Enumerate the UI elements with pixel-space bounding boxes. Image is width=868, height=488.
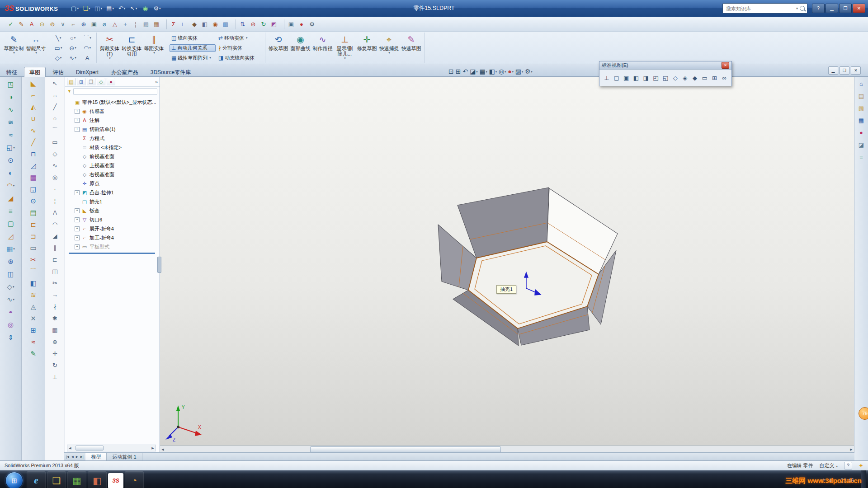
- view-orientation-button[interactable]: ▦: [479, 68, 487, 75]
- rollback-bar[interactable]: [65, 251, 160, 255]
- tab-features[interactable]: 特征: [1, 67, 23, 77]
- update-icon[interactable]: ↻: [259, 20, 268, 29]
- scenes-tab-button[interactable]: ◪: [856, 140, 866, 149]
- curves-icon[interactable]: ∿: [5, 295, 16, 304]
- displaymanager-tab[interactable]: ●: [107, 78, 115, 85]
- dimxpertmanager-tab[interactable]: ◇: [97, 78, 105, 85]
- tree-expander[interactable]: +: [75, 127, 80, 132]
- sk-polygon-button[interactable]: ◇: [50, 149, 61, 158]
- sk-convert-button[interactable]: ⊏: [50, 255, 61, 264]
- featuremanager-tab[interactable]: ▤: [67, 78, 75, 85]
- section-view-button[interactable]: ◪: [470, 68, 477, 75]
- tab-sketch[interactable]: 草图: [24, 67, 46, 77]
- tree-item-sheet-metal[interactable]: + ◣ 钣金: [65, 206, 160, 215]
- apply-scene-button[interactable]: ▨: [515, 68, 523, 75]
- centerline-icon[interactable]: ¦: [131, 20, 140, 29]
- sk-point-button[interactable]: ·: [50, 184, 61, 193]
- sm-extruded-cut-icon[interactable]: ◱: [28, 184, 39, 194]
- polygon-tool[interactable]: ◇: [52, 55, 65, 61]
- tree-item-top-plane[interactable]: ◇ 上视基准面: [65, 161, 160, 170]
- tab-evaluate[interactable]: 评估: [47, 67, 69, 77]
- hide-show-items-button[interactable]: ◎: [499, 68, 506, 75]
- edit-appearance-small-icon[interactable]: ◩: [269, 20, 278, 29]
- palette-title-bar[interactable]: 标准视图(E) ✕: [599, 61, 731, 70]
- tree-expander[interactable]: +: [75, 235, 80, 240]
- tree-item-front-plane[interactable]: ◇ 前视基准面: [65, 152, 160, 161]
- save-button[interactable]: ◫: [94, 4, 104, 13]
- show-hidden-icons-button[interactable]: ▲: [813, 478, 818, 484]
- left-view-button[interactable]: ◧: [632, 71, 641, 84]
- filter-field[interactable]: [73, 88, 157, 95]
- slot-tool[interactable]: ⊖: [66, 45, 80, 52]
- resources-tab-button[interactable]: ⌂: [856, 79, 866, 88]
- display-style-button[interactable]: ◧: [489, 68, 497, 75]
- scroll-left-icon[interactable]: ◀: [160, 448, 165, 451]
- propertymanager-tab[interactable]: ⊞: [77, 78, 85, 85]
- palette-close-button[interactable]: ✕: [722, 62, 729, 69]
- new-document-button[interactable]: ▢: [70, 4, 80, 13]
- sk-trim-button[interactable]: ✂: [50, 278, 61, 287]
- swept-boss-icon[interactable]: ∿: [5, 105, 16, 114]
- tree-item-boss-extrude[interactable]: + ◩ 凸台-拉伸1: [65, 188, 160, 197]
- datum-feature-icon[interactable]: ▣: [90, 20, 99, 29]
- center-mark-icon[interactable]: +: [121, 20, 130, 29]
- sk-circle-button[interactable]: ○: [50, 114, 61, 123]
- model-tab[interactable]: 模型: [85, 453, 107, 460]
- sk-ellipse-button[interactable]: ◎: [50, 173, 61, 182]
- make-path-button[interactable]: ∿ 制作路径: [312, 34, 333, 62]
- doc-restore-button[interactable]: ❐: [840, 66, 849, 75]
- weld-bead-icon[interactable]: ≈: [28, 337, 39, 347]
- surface-finish-icon[interactable]: ∨: [58, 20, 67, 29]
- last-tab-button[interactable]: ▶|: [80, 455, 85, 459]
- spline-tool[interactable]: ∿: [66, 55, 80, 61]
- mass-properties-icon[interactable]: ◆: [190, 20, 199, 29]
- select-tool-button[interactable]: ↖: [50, 79, 61, 88]
- shell-icon[interactable]: ▢: [5, 219, 16, 228]
- sk-chamfer-button[interactable]: ◢: [50, 231, 61, 240]
- closed-corner-icon[interactable]: ⊓: [28, 149, 39, 159]
- tree-expander[interactable]: +: [75, 109, 80, 114]
- tab-and-slot-icon[interactable]: ⊞: [28, 325, 39, 335]
- next-tab-button[interactable]: ▶: [75, 455, 79, 459]
- toolbar-icon[interactable]: [163, 19, 167, 29]
- simple-hole-icon[interactable]: ⊙: [28, 196, 39, 206]
- right-view-button[interactable]: ◨: [642, 71, 651, 84]
- face-curves-button[interactable]: ◉ 面部曲线: [290, 34, 311, 62]
- spell-check-icon[interactable]: ✓: [6, 20, 15, 29]
- measure-icon[interactable]: ∟: [179, 20, 189, 29]
- tree-item-annotations[interactable]: + A 注解: [65, 116, 160, 125]
- extruded-boss-icon[interactable]: ◳: [5, 80, 16, 89]
- minimize-button[interactable]: ▁: [826, 4, 838, 13]
- print-button[interactable]: ▤: [105, 4, 115, 13]
- options-button[interactable]: ⚙: [152, 4, 162, 13]
- edit-appearance-button[interactable]: ●: [508, 68, 513, 75]
- toolbar-icon[interactable]: [232, 19, 236, 29]
- rib-icon[interactable]: ≡: [5, 206, 16, 216]
- scroll-right-icon[interactable]: ▶: [849, 448, 854, 451]
- trim-entities-button[interactable]: ✂ 剪裁实体(T): [99, 34, 120, 62]
- dome-icon[interactable]: ◓: [5, 307, 16, 317]
- offset-entities-button[interactable]: ∥ 等距实体: [143, 34, 165, 62]
- sk-text-button[interactable]: A: [50, 208, 61, 217]
- sketch-icon[interactable]: ✎: [28, 349, 39, 358]
- no-external-references-icon[interactable]: ⊘: [249, 20, 258, 29]
- tree-expander[interactable]: +: [75, 226, 80, 231]
- internet-explorer-icon[interactable]: e: [27, 471, 46, 488]
- tree-item-right-plane[interactable]: ◇ 右视基准面: [65, 170, 160, 179]
- gusset-icon[interactable]: ◬: [28, 302, 39, 311]
- rapid-sketch-button[interactable]: ✎ 快速草图: [401, 34, 422, 62]
- mirror-entities-button[interactable]: ◫ 镜向实体: [170, 34, 216, 42]
- part-root[interactable]: ▣ 零件15 (默认<<默认>_显示状态...: [65, 98, 160, 107]
- lofted-boss-icon[interactable]: ≋: [5, 117, 16, 127]
- close-button[interactable]: ✕: [853, 4, 865, 13]
- zoom-fit-button[interactable]: ⊡: [448, 68, 454, 75]
- image-viewer-icon[interactable]: ▦: [67, 471, 86, 488]
- rebuild-button[interactable]: ◉: [141, 4, 151, 13]
- forming-tool-icon[interactable]: ▦: [28, 173, 39, 182]
- help-button[interactable]: ?: [812, 4, 825, 13]
- appearances-tab-button[interactable]: ●: [856, 128, 866, 137]
- doc-close-button[interactable]: ✕: [851, 66, 861, 75]
- tree-expander[interactable]: +: [75, 208, 80, 213]
- network-icon[interactable]: ◧: [830, 478, 834, 484]
- media-app-icon[interactable]: ◧: [88, 471, 107, 488]
